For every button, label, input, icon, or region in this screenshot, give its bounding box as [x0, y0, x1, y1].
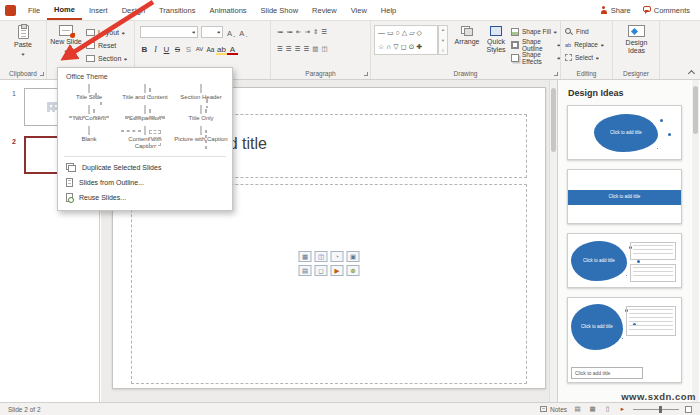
- reading-view-button[interactable]: ▯: [603, 405, 612, 413]
- tab-slide-show[interactable]: Slide Show: [254, 0, 306, 20]
- reuse-slides-item[interactable]: Reuse Slides...: [58, 190, 232, 205]
- layout-blank[interactable]: Blank: [61, 125, 117, 153]
- underline-button[interactable]: U: [161, 43, 172, 55]
- text-shadow-button[interactable]: S: [183, 43, 194, 55]
- design-panel-scrollbar-thumb[interactable]: [693, 86, 698, 134]
- design-3-caption: Click to add title: [580, 259, 618, 264]
- comments-bubble-icon: [643, 6, 651, 12]
- highlight-color-button[interactable]: ab: [216, 45, 227, 55]
- drawing-dialog-launcher-icon[interactable]: [554, 72, 558, 76]
- tab-file[interactable]: File: [21, 0, 47, 20]
- italic-button[interactable]: I: [150, 43, 161, 55]
- arrange-button[interactable]: Arrange: [453, 26, 481, 46]
- paste-icon: [18, 25, 29, 39]
- new-slide-button[interactable]: New Slide ▾: [50, 25, 82, 54]
- strikethrough-button[interactable]: S: [172, 43, 183, 55]
- layout-two-content[interactable]: Two Content: [61, 104, 117, 125]
- slideshow-view-button[interactable]: ▸: [618, 405, 627, 413]
- insert-video-icon[interactable]: ▶: [331, 265, 344, 276]
- share-person-icon: [600, 6, 608, 14]
- font-color-button[interactable]: A: [227, 45, 238, 55]
- layout-picture-with-caption[interactable]: Picture with Caption: [173, 125, 229, 153]
- insert-chart-icon[interactable]: ◫: [315, 251, 328, 262]
- clipboard-dialog-launcher-icon[interactable]: [40, 72, 44, 76]
- design-panel-scrollbar[interactable]: [692, 80, 699, 402]
- paragraph-list-indent-icons[interactable]: ≔≔⇤⇥⇕☰: [277, 28, 330, 36]
- normal-view-button[interactable]: ▤: [573, 405, 582, 413]
- comments-label: Comments: [654, 6, 690, 15]
- bold-button[interactable]: B: [139, 43, 150, 55]
- dropdown-caret-icon: ▾: [122, 30, 125, 36]
- insert-stock-image-icon[interactable]: ◻: [315, 265, 328, 276]
- select-button[interactable]: Select ▾: [565, 52, 599, 63]
- shapes-gallery-scroll[interactable]: ▲▼≡: [438, 25, 448, 55]
- font-size-combo[interactable]: ▾: [201, 26, 223, 38]
- insert-3d-model-icon[interactable]: ▣: [347, 251, 360, 262]
- insert-smartart-icon[interactable]: ◔: [331, 251, 344, 262]
- layout-section-header[interactable]: Section Header: [173, 83, 229, 104]
- tab-transitions[interactable]: Transitions: [152, 0, 202, 20]
- notes-button[interactable]: Notes: [540, 406, 567, 413]
- dropdown-caret-icon: ▾: [22, 51, 25, 57]
- shapes-row-1[interactable]: —▭○△▱◇: [375, 26, 437, 40]
- tab-home[interactable]: Home: [47, 0, 82, 20]
- shape-effects-button[interactable]: Shape Effects ▾: [511, 52, 560, 63]
- tab-help[interactable]: Help: [374, 0, 403, 20]
- share-button[interactable]: Share: [600, 6, 631, 15]
- layout-content-with-caption[interactable]: Content with Caption: [117, 125, 173, 153]
- design-suggestion-2[interactable]: Click to add title: [567, 169, 682, 224]
- comments-button[interactable]: Comments: [643, 6, 690, 15]
- dropdown-caret-icon: ▾: [217, 29, 220, 35]
- tab-view[interactable]: View: [344, 0, 374, 20]
- font-grow-shrink-icons[interactable]: A˰ Aˏ: [227, 29, 249, 38]
- tab-animations[interactable]: Animations: [202, 0, 253, 20]
- insert-picture-icon[interactable]: ▤: [299, 265, 312, 276]
- reset-button[interactable]: Reset: [86, 40, 116, 51]
- editor-scrollbar[interactable]: [549, 80, 557, 402]
- zoom-slider[interactable]: [633, 409, 679, 410]
- collapse-ribbon-icon[interactable]: [689, 69, 695, 75]
- editor-scrollbar-thumb[interactable]: [551, 88, 556, 152]
- paste-button[interactable]: Paste ▾: [10, 25, 36, 57]
- office-theme-header: Office Theme: [58, 68, 232, 83]
- shapes-gallery[interactable]: —▭○△▱◇ ☆∩▽◻⊙✚: [374, 25, 438, 55]
- layout-title-slide[interactable]: Title Slide: [61, 83, 117, 104]
- shape-outline-button[interactable]: Shape Outline ▾: [511, 39, 560, 50]
- paragraph-dialog-launcher-icon[interactable]: [364, 72, 368, 76]
- layout-label: Title Slide: [62, 94, 116, 101]
- fit-slide-to-window-icon[interactable]: [685, 406, 692, 413]
- replace-button[interactable]: ab Replace ▾: [565, 39, 604, 50]
- drawing-group: —▭○△▱◇ ☆∩▽◻⊙✚ ▲▼≡ Arrange Quick Styles S…: [371, 21, 561, 79]
- shape-fill-button[interactable]: Shape Fill ▾: [511, 26, 556, 37]
- font-name-combo[interactable]: ▾: [140, 26, 198, 38]
- layout-button[interactable]: Layout ▾: [86, 27, 125, 38]
- section-button[interactable]: Section ▾: [86, 53, 127, 64]
- select-label: Select: [575, 54, 593, 61]
- share-label: Share: [611, 6, 631, 15]
- change-case-button[interactable]: Aa: [205, 43, 216, 55]
- tab-insert[interactable]: Insert: [82, 0, 115, 20]
- content-placeholder[interactable]: ▦ ◫ ◔ ▣ ▤ ◻ ▶ ⊕: [131, 184, 527, 384]
- editing-group-label: Editing: [561, 70, 612, 77]
- design-suggestion-1[interactable]: Click to add title: [567, 105, 682, 160]
- tab-review[interactable]: Review: [305, 0, 344, 20]
- insert-table-icon[interactable]: ▦: [299, 251, 312, 262]
- layout-title-and-content[interactable]: Title and Content: [117, 83, 173, 104]
- paragraph-align-icons[interactable]: ☰☰☰☰▥◫: [277, 45, 331, 53]
- quick-styles-button[interactable]: Quick Styles: [483, 26, 509, 55]
- slides-from-outline-item[interactable]: Slides from Outline...: [58, 175, 232, 190]
- shapes-row-2[interactable]: ☆∩▽◻⊙✚: [375, 40, 437, 54]
- font-toggle-row: B I U S S AV Aa ab A: [139, 43, 238, 55]
- slide-sorter-view-button[interactable]: ▦: [588, 405, 597, 413]
- layout-title-only[interactable]: Title Only: [173, 104, 229, 125]
- layout-comparison[interactable]: Comparison: [117, 104, 173, 125]
- character-spacing-button[interactable]: AV: [194, 43, 205, 55]
- design-ideas-button[interactable]: Design Ideas: [618, 25, 655, 56]
- design-suggestion-3[interactable]: Click to add title: [567, 233, 682, 288]
- duplicate-selected-slides-item[interactable]: Duplicate Selected Slides: [58, 160, 232, 175]
- insert-online-icon[interactable]: ⊕: [347, 265, 360, 276]
- find-button[interactable]: Find: [565, 26, 589, 37]
- design-suggestion-4[interactable]: Click to add title Click to add title: [567, 297, 682, 383]
- tab-design[interactable]: Design: [115, 0, 152, 20]
- layout-thumbnail: [88, 84, 90, 93]
